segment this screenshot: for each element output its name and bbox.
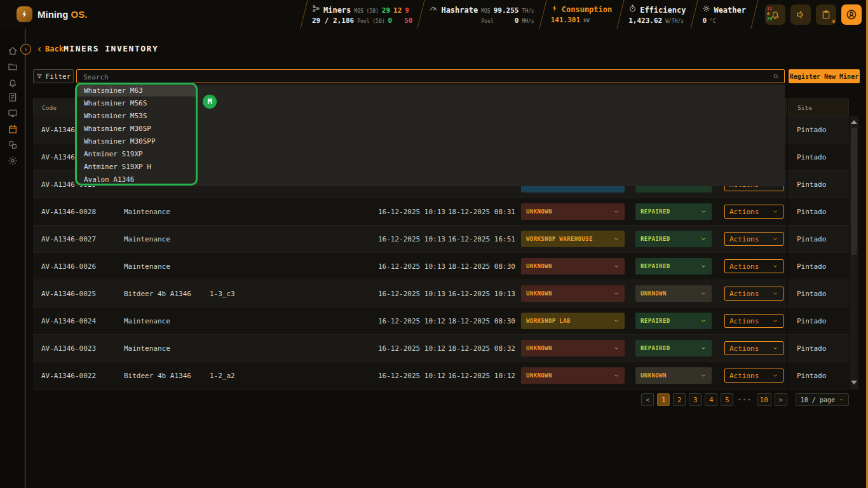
register-new-miner-button[interactable]: Register New Miner: [789, 69, 860, 83]
date-updated: 16-12-2025 16:51: [448, 235, 521, 243]
miner-code: AV-A1346-0027: [41, 235, 124, 243]
status-select[interactable]: REPAIRED: [635, 203, 712, 220]
suggestion-item[interactable]: Antminer S19XP: [76, 147, 196, 160]
location-select[interactable]: UNKNOWN: [521, 258, 625, 274]
account-button[interactable]: [841, 4, 862, 25]
page-size-select[interactable]: 10 / page: [796, 393, 849, 406]
site-cell: Pintado: [788, 171, 849, 198]
bolt-icon: [551, 4, 559, 12]
sound-button[interactable]: [790, 4, 811, 25]
header-divider: [689, 0, 698, 29]
site-cell: Pintado: [788, 226, 849, 253]
nodes-icon: [312, 4, 320, 13]
date-updated: 18-12-2025 08:30: [448, 317, 521, 325]
search-input[interactable]: [77, 71, 784, 84]
miner-code: AV-A1346-0022: [41, 372, 124, 380]
page-button[interactable]: 2: [673, 393, 686, 406]
miner-position: 1-2_a2: [210, 372, 378, 380]
status-select[interactable]: UNKNOWN: [635, 285, 712, 302]
next-page-button[interactable]: >: [775, 393, 787, 406]
pagination: < 1 2 3 4 5 ••• 10 > 10 / page: [33, 393, 849, 406]
notifications-button[interactable]: 12 0 29: [765, 4, 785, 25]
site-cell: Pintado: [788, 280, 849, 308]
location-select[interactable]: UNKNOWN: [521, 367, 625, 384]
location-select[interactable]: UNKNOWN: [521, 203, 625, 220]
page-button[interactable]: 4: [705, 393, 717, 406]
brand-name: Mining OS.: [37, 9, 87, 20]
back-link[interactable]: Back: [37, 44, 64, 53]
sidebar-item-alerts[interactable]: [8, 78, 18, 88]
suggestion-item[interactable]: Whatsminer M30SPP: [76, 135, 196, 148]
page-button[interactable]: 10: [757, 393, 771, 406]
sidebar-expand-toggle[interactable]: ›: [20, 44, 31, 55]
actions-dropdown[interactable]: Actions: [724, 341, 783, 355]
notification-counts: 12 0 29: [767, 6, 772, 22]
scrollbar-thumb[interactable]: [851, 128, 857, 255]
date-created: 16-12-2025 10:13: [378, 208, 448, 216]
page-button[interactable]: 1: [657, 393, 670, 406]
site-cell: Pintado: [788, 144, 849, 171]
actions-dropdown[interactable]: Actions: [724, 205, 783, 219]
suggestion-item[interactable]: Whatsminer M53S: [76, 110, 196, 123]
location-select[interactable]: UNKNOWN: [521, 340, 625, 356]
suggestion-item[interactable]: Whatsminer M56S: [76, 97, 196, 110]
header-divider: [750, 0, 759, 29]
scroll-down-icon[interactable]: [851, 381, 857, 384]
filter-button[interactable]: Filter: [33, 69, 74, 83]
sidebar-item-settings[interactable]: [8, 156, 18, 166]
table-row: AV-A1346-0027 Maintenance 16-12-2025 10:…: [33, 226, 787, 253]
search-icon: [773, 73, 780, 80]
table-row: AV-A1346-0028 Maintenance 16-12-2025 10:…: [33, 198, 787, 226]
status-select[interactable]: REPAIRED: [635, 313, 712, 329]
actions-dropdown[interactable]: Actions: [724, 314, 783, 328]
top-bar: Mining OS. Miners MOS (50) 29 12 9 29 / …: [0, 0, 868, 29]
date-updated: 18-12-2025 08:30: [448, 262, 521, 271]
site-cell: Pintado: [788, 308, 849, 335]
actions-dropdown[interactable]: Actions: [724, 287, 783, 301]
pagination-ellipsis: •••: [736, 396, 753, 403]
prev-page-button[interactable]: <: [641, 393, 654, 406]
table-scrollbar[interactable]: [850, 116, 858, 390]
miner-model: Maintenance: [124, 262, 210, 271]
funnel-icon: [36, 73, 43, 79]
actions-dropdown[interactable]: Actions: [724, 232, 783, 246]
sidebar-item-folders[interactable]: [8, 62, 18, 72]
site-column-header: Site: [788, 98, 849, 116]
sidebar-item-home[interactable]: [8, 46, 18, 56]
scroll-up-icon[interactable]: [851, 120, 857, 124]
actions-dropdown[interactable]: Actions: [724, 259, 783, 273]
page-button[interactable]: 3: [689, 393, 702, 406]
page-button[interactable]: 5: [721, 393, 733, 406]
tasks-badge: 0: [832, 19, 835, 24]
location-select[interactable]: WORKSHOP WAREHOUSE: [521, 231, 625, 247]
status-select[interactable]: REPAIRED: [635, 340, 712, 356]
suggestion-item[interactable]: Avalon A1346: [76, 173, 196, 186]
location-select[interactable]: UNKNOWN: [521, 285, 625, 302]
suggestion-item[interactable]: Whatsminer M63: [76, 85, 196, 97]
sidebar-item-monitor[interactable]: [8, 108, 18, 118]
stat-hashrate: Hashrate MOS 99.255 TH/s Pool 0 MH/s: [425, 0, 538, 29]
status-select[interactable]: UNKNOWN: [635, 367, 712, 384]
header-divider: [299, 0, 308, 29]
annotation-marker-m: M: [203, 95, 217, 109]
sidebar-item-inventory[interactable]: [8, 124, 18, 134]
miner-model: Bitdeer 4b A1346: [124, 372, 210, 380]
suggestion-item[interactable]: Whatsminer M30SP: [76, 123, 196, 135]
page-title: MINERS INVENTORY: [64, 44, 158, 53]
site-cell: Pintado: [788, 198, 849, 226]
miner-code: AV-A1346-0026: [41, 262, 124, 271]
location-select[interactable]: WORKSHOP LAB: [521, 313, 625, 329]
sidebar-item-reports[interactable]: [8, 92, 18, 102]
search-suggestions-panel: Whatsminer M63 Whatsminer M56S Whatsmine…: [76, 85, 785, 186]
suggestion-item[interactable]: Antminer S19XP H: [76, 160, 196, 173]
status-select[interactable]: REPAIRED: [635, 258, 712, 274]
speaker-icon: [796, 10, 806, 20]
site-cell: Pintado: [788, 362, 849, 390]
status-select[interactable]: REPAIRED: [635, 231, 712, 247]
site-cell: Pintado: [788, 253, 849, 280]
tasks-button[interactable]: 0: [816, 4, 836, 25]
table-row: AV-A1346-0022 Bitdeer 4b A1346 1-2_a2 16…: [33, 362, 787, 390]
sidebar-item-modules[interactable]: [8, 140, 18, 150]
date-updated: 18-12-2025 08:32: [448, 344, 521, 353]
actions-dropdown[interactable]: Actions: [724, 369, 783, 383]
